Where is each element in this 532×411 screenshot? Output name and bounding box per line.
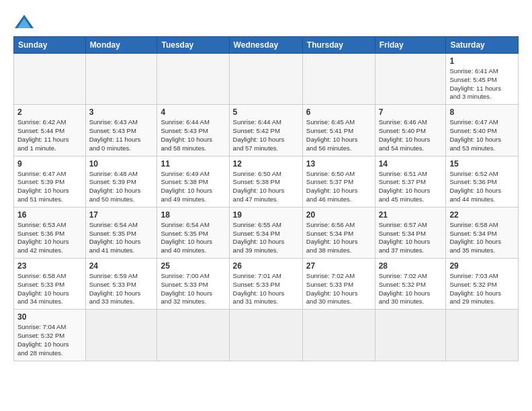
day-number: 13 [306,159,371,169]
cell-content: Sunrise: 7:04 AM Sunset: 5:32 PM Dayligh… [17,323,82,357]
calendar-cell: 23Sunrise: 6:58 AM Sunset: 5:33 PM Dayli… [14,259,86,310]
day-number: 19 [233,210,299,220]
calendar-cell: 8Sunrise: 6:47 AM Sunset: 5:40 PM Daylig… [446,105,519,156]
cell-content: Sunrise: 6:41 AM Sunset: 5:45 PM Dayligh… [449,67,515,101]
calendar-cell: 22Sunrise: 6:58 AM Sunset: 5:34 PM Dayli… [446,207,519,258]
calendar-week-row: 16Sunrise: 6:53 AM Sunset: 5:36 PM Dayli… [14,207,519,258]
day-number: 12 [233,159,299,169]
day-header-thursday: Thursday [302,37,375,54]
day-number: 8 [449,107,515,117]
cell-content: Sunrise: 6:56 AM Sunset: 5:34 PM Dayligh… [306,221,371,255]
day-header-tuesday: Tuesday [157,37,229,54]
cell-content: Sunrise: 6:57 AM Sunset: 5:34 PM Dayligh… [379,221,443,255]
calendar-cell: 26Sunrise: 7:01 AM Sunset: 5:33 PM Dayli… [229,259,302,310]
day-header-wednesday: Wednesday [229,37,302,54]
cell-content: Sunrise: 6:50 AM Sunset: 5:37 PM Dayligh… [306,170,371,204]
cell-content: Sunrise: 6:51 AM Sunset: 5:37 PM Dayligh… [379,170,443,204]
calendar-cell: 20Sunrise: 6:56 AM Sunset: 5:34 PM Dayli… [302,207,375,258]
page: SundayMondayTuesdayWednesdayThursdayFrid… [0,0,532,411]
calendar-cell: 10Sunrise: 6:48 AM Sunset: 5:39 PM Dayli… [85,156,157,207]
calendar-cell: 29Sunrise: 7:03 AM Sunset: 5:32 PM Dayli… [446,259,519,310]
calendar-cell: 11Sunrise: 6:49 AM Sunset: 5:38 PM Dayli… [157,156,229,207]
calendar-cell [157,54,229,105]
calendar-cell: 7Sunrise: 6:46 AM Sunset: 5:40 PM Daylig… [375,105,446,156]
calendar-cell: 14Sunrise: 6:51 AM Sunset: 5:37 PM Dayli… [375,156,446,207]
calendar-cell: 19Sunrise: 6:55 AM Sunset: 5:34 PM Dayli… [229,207,302,258]
calendar-cell: 9Sunrise: 6:47 AM Sunset: 5:39 PM Daylig… [14,156,86,207]
day-number: 29 [449,261,515,271]
logo-icon [15,12,34,31]
cell-content: Sunrise: 6:45 AM Sunset: 5:41 PM Dayligh… [306,118,371,152]
day-number: 5 [233,107,299,117]
calendar-table: SundayMondayTuesdayWednesdayThursdayFrid… [13,36,519,361]
day-number: 18 [161,210,225,220]
calendar-cell: 17Sunrise: 6:54 AM Sunset: 5:35 PM Dayli… [85,207,157,258]
cell-content: Sunrise: 6:44 AM Sunset: 5:42 PM Dayligh… [233,118,299,152]
calendar-week-row: 30Sunrise: 7:04 AM Sunset: 5:32 PM Dayli… [14,310,519,361]
calendar-week-row: 1Sunrise: 6:41 AM Sunset: 5:45 PM Daylig… [14,54,519,105]
day-number: 7 [379,107,443,117]
day-number: 22 [449,210,515,220]
day-number: 20 [306,210,371,220]
calendar-cell [302,310,375,361]
calendar-cell: 6Sunrise: 6:45 AM Sunset: 5:41 PM Daylig… [302,105,375,156]
day-number: 23 [17,261,82,271]
day-number: 28 [379,261,443,271]
cell-content: Sunrise: 6:44 AM Sunset: 5:43 PM Dayligh… [161,118,225,152]
calendar-week-row: 2Sunrise: 6:42 AM Sunset: 5:44 PM Daylig… [14,105,519,156]
calendar-cell: 18Sunrise: 6:54 AM Sunset: 5:35 PM Dayli… [157,207,229,258]
calendar-cell [375,310,446,361]
logo [13,13,34,31]
day-number: 9 [17,159,82,169]
day-number: 1 [449,56,515,66]
day-number: 11 [161,159,225,169]
header [13,11,519,31]
cell-content: Sunrise: 7:01 AM Sunset: 5:33 PM Dayligh… [233,272,299,306]
calendar-cell: 27Sunrise: 7:02 AM Sunset: 5:33 PM Dayli… [302,259,375,310]
day-number: 24 [89,261,154,271]
day-number: 14 [379,159,443,169]
calendar-cell: 4Sunrise: 6:44 AM Sunset: 5:43 PM Daylig… [157,105,229,156]
day-number: 16 [17,210,82,220]
calendar-cell: 25Sunrise: 7:00 AM Sunset: 5:33 PM Dayli… [157,259,229,310]
day-header-saturday: Saturday [446,37,519,54]
calendar-cell: 28Sunrise: 7:02 AM Sunset: 5:32 PM Dayli… [375,259,446,310]
day-number: 2 [17,107,82,117]
day-number: 4 [161,107,225,117]
cell-content: Sunrise: 6:43 AM Sunset: 5:43 PM Dayligh… [89,118,154,152]
calendar-cell [85,54,157,105]
cell-content: Sunrise: 6:53 AM Sunset: 5:36 PM Dayligh… [17,221,82,255]
calendar-cell: 2Sunrise: 6:42 AM Sunset: 5:44 PM Daylig… [14,105,86,156]
calendar-cell [85,310,157,361]
calendar-cell [14,54,86,105]
cell-content: Sunrise: 6:59 AM Sunset: 5:33 PM Dayligh… [89,272,154,306]
calendar-cell [157,310,229,361]
calendar-cell: 30Sunrise: 7:04 AM Sunset: 5:32 PM Dayli… [14,310,86,361]
calendar-cell: 15Sunrise: 6:52 AM Sunset: 5:36 PM Dayli… [446,156,519,207]
calendar-cell [446,310,519,361]
calendar-cell [302,54,375,105]
cell-content: Sunrise: 6:50 AM Sunset: 5:38 PM Dayligh… [233,170,299,204]
day-header-monday: Monday [85,37,157,54]
day-number: 27 [306,261,371,271]
cell-content: Sunrise: 6:48 AM Sunset: 5:39 PM Dayligh… [89,170,154,204]
calendar-cell [375,54,446,105]
cell-content: Sunrise: 7:02 AM Sunset: 5:33 PM Dayligh… [306,272,371,306]
cell-content: Sunrise: 6:47 AM Sunset: 5:40 PM Dayligh… [449,118,515,152]
day-number: 6 [306,107,371,117]
cell-content: Sunrise: 7:00 AM Sunset: 5:33 PM Dayligh… [161,272,225,306]
cell-content: Sunrise: 6:49 AM Sunset: 5:38 PM Dayligh… [161,170,225,204]
cell-content: Sunrise: 7:02 AM Sunset: 5:32 PM Dayligh… [379,272,443,306]
calendar-cell: 24Sunrise: 6:59 AM Sunset: 5:33 PM Dayli… [85,259,157,310]
calendar-cell [229,54,302,105]
day-number: 26 [233,261,299,271]
day-number: 15 [449,159,515,169]
calendar-week-row: 9Sunrise: 6:47 AM Sunset: 5:39 PM Daylig… [14,156,519,207]
calendar-cell: 1Sunrise: 6:41 AM Sunset: 5:45 PM Daylig… [446,54,519,105]
calendar-cell: 12Sunrise: 6:50 AM Sunset: 5:38 PM Dayli… [229,156,302,207]
calendar-cell: 21Sunrise: 6:57 AM Sunset: 5:34 PM Dayli… [375,207,446,258]
calendar-cell: 16Sunrise: 6:53 AM Sunset: 5:36 PM Dayli… [14,207,86,258]
cell-content: Sunrise: 6:54 AM Sunset: 5:35 PM Dayligh… [161,221,225,255]
cell-content: Sunrise: 6:47 AM Sunset: 5:39 PM Dayligh… [17,170,82,204]
cell-content: Sunrise: 6:46 AM Sunset: 5:40 PM Dayligh… [379,118,443,152]
